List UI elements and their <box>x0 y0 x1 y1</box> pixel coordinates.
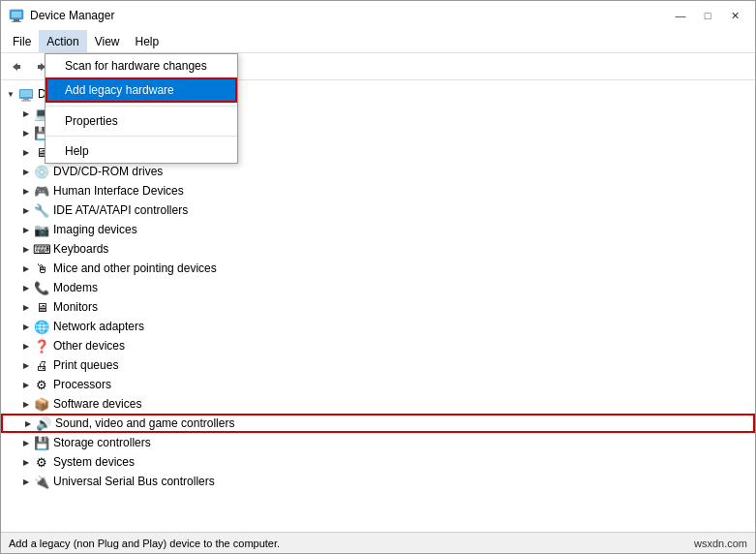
window-title: Device Manager <box>30 9 114 22</box>
softwaredevices-label: Software devices <box>53 397 141 411</box>
tree-item-otherdevices[interactable]: ▶❓Other devices <box>1 336 755 355</box>
otherdevices-arrow[interactable]: ▶ <box>18 338 34 354</box>
softwaredevices-icon: 📦 <box>34 396 49 412</box>
systemdevices-icon: ⚙ <box>34 454 49 470</box>
storagecontrollers-label: Storage controllers <box>53 436 151 449</box>
soundvideo-arrow[interactable]: ▶ <box>20 416 36 431</box>
otherdevices-icon: ❓ <box>34 338 49 354</box>
title-bar: Device Manager — □ ✕ <box>1 1 755 30</box>
svg-rect-1 <box>12 12 21 17</box>
modems-arrow[interactable]: ▶ <box>18 280 34 295</box>
hid-arrow[interactable]: ▶ <box>18 183 34 199</box>
softwaredevices-arrow[interactable]: ▶ <box>18 396 34 412</box>
soundvideo-label: Sound, video and game controllers <box>55 416 234 430</box>
mice-arrow[interactable]: ▶ <box>18 261 34 276</box>
network-arrow[interactable]: ▶ <box>18 319 34 334</box>
storagecontrollers-arrow[interactable]: ▶ <box>18 435 34 450</box>
printqueues-arrow[interactable]: ▶ <box>18 357 34 373</box>
processors-label: Processors <box>53 378 111 391</box>
modems-label: Modems <box>53 281 98 294</box>
tree-item-hid[interactable]: ▶🎮Human Interface Devices <box>1 181 755 200</box>
minimize-button[interactable]: — <box>668 6 693 25</box>
network-label: Network adapters <box>53 320 144 333</box>
mice-label: Mice and other pointing devices <box>53 262 217 275</box>
imaging-label: Imaging devices <box>53 223 137 236</box>
ideata-icon: 🔧 <box>34 202 49 218</box>
monitors-arrow[interactable]: ▶ <box>18 299 34 315</box>
toolbar-back[interactable] <box>5 56 28 77</box>
dropdown-sep1 <box>45 106 237 107</box>
network-icon: 🌐 <box>34 319 49 334</box>
systemdevices-label: System devices <box>53 455 135 469</box>
tree-item-imaging[interactable]: ▶📷Imaging devices <box>1 220 755 239</box>
usb-label: Universal Serial Bus controllers <box>53 475 215 488</box>
dropdown-scan[interactable]: Scan for hardware changes <box>45 54 237 77</box>
tree-item-keyboards[interactable]: ▶⌨Keyboards <box>1 239 755 259</box>
menu-action[interactable]: Action <box>39 30 86 52</box>
hid-label: Human Interface Devices <box>53 184 184 198</box>
usb-arrow[interactable]: ▶ <box>18 474 34 489</box>
ideata-arrow[interactable]: ▶ <box>18 202 34 218</box>
tree-item-ideata[interactable]: ▶🔧IDE ATA/ATAPI controllers <box>1 200 755 220</box>
title-bar-controls: — □ ✕ <box>668 6 747 25</box>
modems-icon: 📞 <box>34 280 49 295</box>
status-right: wsxdn.com <box>694 538 747 549</box>
monitors-icon: 🖥 <box>34 299 49 315</box>
tree-item-modems[interactable]: ▶📞Modems <box>1 278 755 297</box>
processors-arrow[interactable]: ▶ <box>18 377 34 392</box>
title-bar-left: Device Manager <box>9 8 114 23</box>
tree-item-soundvideo[interactable]: ▶🔊Sound, video and game controllers <box>1 414 755 433</box>
svg-rect-3 <box>12 21 21 22</box>
maximize-button[interactable]: □ <box>695 6 720 25</box>
tree-item-storagecontrollers[interactable]: ▶💾Storage controllers <box>1 433 755 452</box>
keyboards-label: Keyboards <box>53 242 108 256</box>
status-text: Add a legacy (non Plug and Play) device … <box>9 538 280 549</box>
svg-rect-2 <box>14 19 19 21</box>
tree-item-printqueues[interactable]: ▶🖨Print queues <box>1 355 755 375</box>
dropdown-properties[interactable]: Properties <box>45 109 237 133</box>
tree-item-mice[interactable]: ▶🖱Mice and other pointing devices <box>1 259 755 278</box>
usb-icon: 🔌 <box>34 474 49 489</box>
keyboards-icon: ⌨ <box>34 241 49 257</box>
dropdown-help[interactable]: Help <box>45 139 237 163</box>
imaging-icon: 📷 <box>34 222 49 237</box>
tree-item-processors[interactable]: ▶⚙Processors <box>1 375 755 394</box>
tree-item-usb[interactable]: ▶🔌Universal Serial Bus controllers <box>1 472 755 491</box>
tree-item-monitors[interactable]: ▶🖥Monitors <box>1 297 755 317</box>
diskdrives-arrow[interactable]: ▶ <box>18 125 34 140</box>
tree-item-softwaredevices[interactable]: ▶📦Software devices <box>1 394 755 414</box>
menu-file[interactable]: File <box>5 30 39 52</box>
svg-rect-16 <box>21 101 31 102</box>
root-icon <box>18 86 34 102</box>
ideata-label: IDE ATA/ATAPI controllers <box>53 203 188 217</box>
printqueues-icon: 🖨 <box>34 357 49 373</box>
action-dropdown: Scan for hardware changes Add legacy har… <box>45 53 238 164</box>
soundvideo-icon: 🔊 <box>36 416 51 431</box>
tree-item-dvdcdrom[interactable]: ▶💿DVD/CD-ROM drives <box>1 162 755 181</box>
close-button[interactable]: ✕ <box>722 6 747 25</box>
dvdcdrom-arrow[interactable]: ▶ <box>18 164 34 179</box>
dvdcdrom-label: DVD/CD-ROM drives <box>53 165 163 178</box>
otherdevices-label: Other devices <box>53 339 125 353</box>
dropdown-add-legacy[interactable]: Add legacy hardware <box>45 77 237 103</box>
tree-item-systemdevices[interactable]: ▶⚙System devices <box>1 452 755 472</box>
printqueues-label: Print queues <box>53 358 118 372</box>
monitors-label: Monitors <box>53 300 98 314</box>
menu-view[interactable]: View <box>87 30 128 52</box>
status-bar: Add a legacy (non Plug and Play) device … <box>1 532 755 553</box>
tree-item-network[interactable]: ▶🌐Network adapters <box>1 317 755 336</box>
svg-rect-14 <box>20 90 32 97</box>
svg-rect-15 <box>23 99 29 101</box>
root-arrow: ▼ <box>3 86 18 102</box>
menu-help[interactable]: Help <box>128 30 167 52</box>
computer-arrow[interactable]: ▶ <box>18 106 34 121</box>
hid-icon: 🎮 <box>34 183 49 199</box>
storagecontrollers-icon: 💾 <box>34 435 49 450</box>
imaging-arrow[interactable]: ▶ <box>18 222 34 237</box>
systemdevices-arrow[interactable]: ▶ <box>18 454 34 470</box>
displayadapters-arrow[interactable]: ▶ <box>18 144 34 160</box>
window-icon <box>9 8 24 23</box>
dvdcdrom-icon: 💿 <box>34 164 49 179</box>
device-manager-window: Device Manager — □ ✕ File Action View He… <box>0 0 756 554</box>
processors-icon: ⚙ <box>34 377 49 392</box>
